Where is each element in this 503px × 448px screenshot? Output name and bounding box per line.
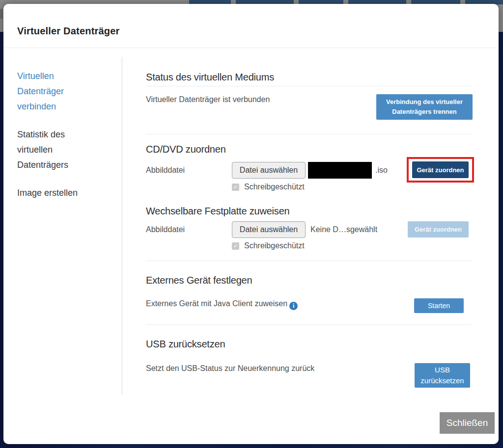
removable-readonly-checkbox-label: Schreibgeschützt (244, 241, 305, 250)
close-dialog-button[interactable]: Schließen (440, 412, 495, 434)
cddvd-map-device-button[interactable]: Gerät zuordnen (412, 161, 469, 178)
section-divider (146, 261, 472, 261)
start-java-client-button[interactable]: Starten (414, 298, 464, 313)
cddvd-image-file-label: Abbilddatei (146, 166, 232, 175)
sidebar-item-connect-virtual-media[interactable]: Virtuellen Datenträger verbinden (17, 69, 96, 114)
check-icon: ✓ (233, 243, 238, 249)
sidebar-divider (122, 57, 122, 395)
usb-reset-text: Setzt den USB-Status zur Neuerkennung zu… (146, 364, 314, 373)
sidebar-item-create-image[interactable]: Image erstellen (17, 185, 96, 201)
dialog-title: Virtueller Datenträger (17, 26, 120, 37)
cddvd-readonly-checkbox[interactable]: ✓ (232, 184, 239, 191)
removable-map-device-button-disabled: Gerät zuordnen (408, 221, 469, 237)
section-divider (146, 134, 472, 134)
virtual-media-status-text: Virtueller Datenträger ist verbunden (146, 95, 270, 104)
annotation-highlight-box: Gerät zuordnen (407, 157, 474, 183)
cddvd-file-suffix: .iso (375, 166, 388, 175)
removable-readonly-checkbox[interactable]: ✓ (232, 242, 239, 250)
removable-choose-file-button[interactable]: Datei auswählen (232, 221, 306, 238)
redacted-filename (308, 162, 372, 179)
cddvd-readonly-checkbox-label: Schreibgeschützt (244, 183, 305, 191)
status-section-heading: Status des virtuellen Mediums (146, 72, 274, 83)
main-content: Status des virtuellen Mediums Virtueller… (146, 4, 472, 444)
removable-image-file-label: Abbilddatei (146, 225, 232, 234)
sidebar: Virtuellen Datenträger verbinden Statist… (17, 69, 96, 213)
external-device-section-heading: Externes Gerät festlegen (146, 275, 252, 286)
no-file-selected-text: Keine D…sgewählt (310, 225, 377, 234)
usb-reset-button[interactable]: USB zurücksetzen (415, 363, 470, 388)
cddvd-section-heading: CD/DVD zuordnen (146, 144, 226, 155)
disconnect-virtual-media-button[interactable]: Verbindung des virtueller Datenträgers t… (376, 94, 473, 120)
usb-reset-section-heading: USB zurücksetzen (146, 339, 225, 350)
info-icon[interactable]: i (289, 302, 298, 310)
sidebar-item-virtual-media-statistics[interactable]: Statistik des virtuellen Datenträgers (17, 127, 96, 173)
section-divider (146, 324, 472, 325)
external-device-text: Externes Gerät mit Java Client zuweisen (146, 299, 287, 308)
section-divider (146, 86, 472, 86)
page-background-accent (0, 9, 3, 19)
removable-disk-section-heading: Wechselbare Festplatte zuweisen (146, 206, 289, 217)
cddvd-choose-file-button[interactable]: Datei auswählen (232, 162, 306, 179)
virtual-media-dialog: Virtueller Datenträger Virtuellen Datent… (3, 4, 499, 444)
check-icon: ✓ (233, 184, 238, 190)
